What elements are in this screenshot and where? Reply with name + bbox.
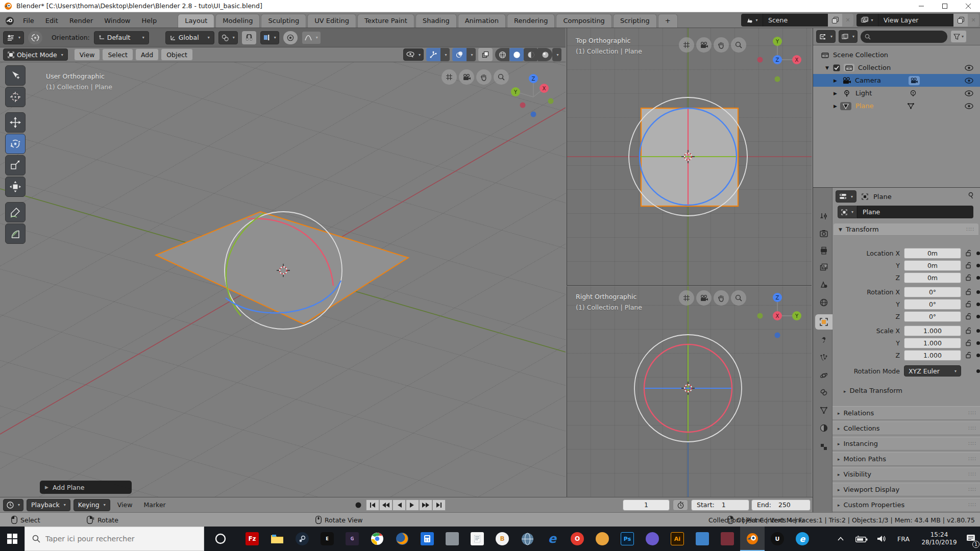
animate-dot[interactable] xyxy=(976,369,980,373)
rotation-mode-dropdown[interactable]: XYZ Euler▾ xyxy=(904,365,961,377)
snap-settings-dropdown[interactable]: ▾ xyxy=(260,31,279,44)
tab-physics[interactable] xyxy=(815,368,832,383)
plane-object[interactable] xyxy=(156,212,408,324)
panel-drag-handle[interactable]: ∷∷ xyxy=(968,471,976,478)
tab-texture[interactable] xyxy=(815,439,832,455)
animate-dot[interactable] xyxy=(976,264,980,267)
taskbar-app-chrome[interactable] xyxy=(365,527,389,551)
shading-wireframe-button[interactable] xyxy=(495,48,509,61)
clock[interactable]: 15:24 28/10/2019 xyxy=(916,527,963,551)
tab-modifiers[interactable] xyxy=(815,332,832,347)
tab-animation[interactable]: Animation xyxy=(458,14,506,28)
axis-y-neg-ball[interactable] xyxy=(757,313,763,319)
shading-solid-button[interactable] xyxy=(509,48,524,61)
lock-icon[interactable] xyxy=(965,262,972,269)
animate-dot[interactable] xyxy=(976,252,980,255)
tab-particles[interactable] xyxy=(815,350,832,365)
taskbar-app-circle-b[interactable]: B xyxy=(490,527,514,551)
view-layer-name-field[interactable]: View Layer xyxy=(878,14,953,27)
marker-menu[interactable]: Marker xyxy=(140,501,170,509)
hide-eye-icon[interactable] xyxy=(965,78,973,84)
pan-hand-icon[interactable] xyxy=(714,37,729,53)
expand-icon[interactable]: ▶ xyxy=(834,91,837,96)
camera-view-icon[interactable] xyxy=(696,290,712,306)
grid-toggle-icon[interactable] xyxy=(442,69,457,85)
delta-transform-panel[interactable]: ▸Delta Transform xyxy=(844,387,902,394)
gizmos-toggle[interactable] xyxy=(426,48,440,61)
outliner-row-light[interactable]: ▶ Light xyxy=(813,87,980,99)
animate-dot[interactable] xyxy=(976,341,980,345)
view-layer-browse-button[interactable]: ▾ xyxy=(856,14,878,27)
filter-button[interactable]: ▾ xyxy=(950,30,967,43)
camera-data-icon[interactable] xyxy=(909,76,920,85)
hide-eye-icon[interactable] xyxy=(965,90,973,96)
maximize-button[interactable] xyxy=(933,0,957,12)
visibility-dropdown[interactable]: ▾ xyxy=(403,48,424,61)
taskbar-app-amber[interactable] xyxy=(590,527,615,551)
viewport-top-ortho[interactable]: Top Orthographic (1) Collection | Plane … xyxy=(567,28,812,286)
menu-render[interactable]: Render xyxy=(64,14,99,28)
axis-x-neg-ball[interactable] xyxy=(520,103,526,108)
taskbar-app-calculator[interactable] xyxy=(415,527,439,551)
tab-material[interactable] xyxy=(815,420,832,436)
axis-y-neg-ball[interactable] xyxy=(548,98,554,104)
value-field[interactable]: 0m xyxy=(904,248,961,259)
value-field[interactable]: 1.000 xyxy=(904,325,961,336)
value-field[interactable]: 0° xyxy=(904,311,961,322)
viewport-right-ortho[interactable]: Right Orthographic (1) Collection | Plan… xyxy=(567,286,812,497)
panel-drag-handle[interactable]: ∷∷ xyxy=(968,425,976,432)
new-workspace-button[interactable]: + xyxy=(658,14,678,28)
taskbar-app-file-explorer[interactable] xyxy=(265,527,289,551)
lock-icon[interactable] xyxy=(965,352,972,359)
panel-motion-paths[interactable]: ▸Motion Paths∷∷ xyxy=(832,452,980,466)
panel-drag-handle[interactable]: ∷∷ xyxy=(966,226,974,233)
snap-magnet-icon[interactable] xyxy=(242,31,256,44)
value-field[interactable]: 0m xyxy=(904,260,961,271)
value-field[interactable]: 1.000 xyxy=(904,350,961,361)
value-field[interactable]: 0° xyxy=(904,299,961,310)
animate-dot[interactable] xyxy=(976,315,980,318)
search-input[interactable] xyxy=(45,535,183,543)
tab-modeling[interactable]: Modeling xyxy=(215,14,260,28)
use-preview-range-button[interactable] xyxy=(673,499,688,511)
panel-relations[interactable]: ▸Relations∷∷ xyxy=(832,406,980,420)
zoom-icon[interactable] xyxy=(731,290,746,306)
editor-type-button[interactable]: ▾ xyxy=(3,499,23,511)
pivot-point-dropdown[interactable]: ▾ xyxy=(218,31,238,44)
start-button[interactable] xyxy=(0,527,24,551)
tab-uv-editing[interactable]: UV Editing xyxy=(307,14,356,28)
taskbar-app-lightblue[interactable] xyxy=(690,527,715,551)
operator-panel-add-plane[interactable]: ▶ Add Plane xyxy=(40,481,132,494)
panel-viewport-display[interactable]: ▸Viewport Display∷∷ xyxy=(832,483,980,496)
value-field[interactable]: 0° xyxy=(904,287,961,297)
overlays-toggle[interactable] xyxy=(452,48,467,61)
panel-drag-handle[interactable]: ∷∷ xyxy=(968,502,976,508)
lock-icon[interactable] xyxy=(965,288,972,295)
value-field[interactable]: 1.000 xyxy=(904,338,961,348)
zoom-icon[interactable] xyxy=(731,37,746,53)
mode-dropdown[interactable]: Object Mode▾ xyxy=(3,48,68,61)
language-indicator[interactable]: FRA xyxy=(892,527,915,551)
tab-output[interactable] xyxy=(815,243,832,258)
play-reverse-button[interactable] xyxy=(393,499,406,511)
taskbar-app-gog[interactable]: G xyxy=(340,527,364,551)
taskbar-app-notepad[interactable] xyxy=(465,527,489,551)
view-layer-new-button[interactable] xyxy=(953,14,968,27)
transform-panel-header[interactable]: ▼Transform ∷∷ xyxy=(834,223,978,236)
pan-hand-icon[interactable] xyxy=(714,290,729,306)
close-button[interactable] xyxy=(957,0,980,12)
pan-hand-icon[interactable] xyxy=(476,69,492,85)
next-keyframe-button[interactable] xyxy=(419,499,432,511)
taskbar-app-unity[interactable]: U xyxy=(765,527,790,551)
axis-x-neg-ball[interactable] xyxy=(757,57,763,63)
lock-icon[interactable] xyxy=(965,300,972,308)
object-id-browse-button[interactable]: ▾ xyxy=(838,206,857,218)
proportional-editing-icon[interactable] xyxy=(283,31,298,44)
menu-select[interactable]: Select xyxy=(102,48,133,61)
tool-annotate[interactable] xyxy=(5,202,26,222)
tab-rendering[interactable]: Rendering xyxy=(507,14,555,28)
tool-cursor[interactable] xyxy=(5,87,26,107)
tool-move[interactable] xyxy=(5,112,26,133)
frame-start-field[interactable]: Start:1 xyxy=(691,499,749,511)
grid-toggle-icon[interactable] xyxy=(679,37,694,53)
